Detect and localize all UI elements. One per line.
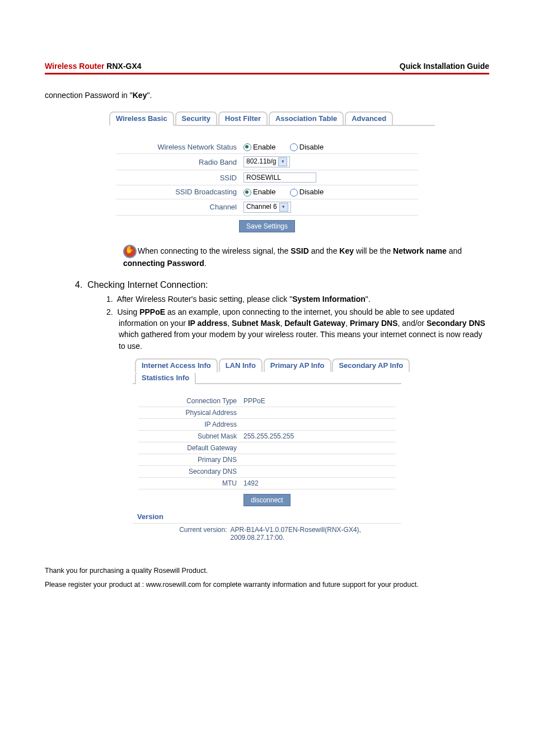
s2-sm: Subnet Mask	[232, 319, 280, 328]
row-physical-address: Physical Address	[138, 407, 396, 418]
footer-line-1: Thank you for purchasing a quality Rosew…	[45, 564, 489, 578]
page-header: Wireless Router RNX-GX4 Quick Installati…	[45, 62, 489, 71]
value-mtu: 1492	[240, 477, 396, 489]
radio-ssid-disable-icon[interactable]	[290, 189, 298, 197]
note-netname: Network name	[393, 246, 447, 255]
label-mtu: MTU	[138, 477, 240, 489]
tab-lan-info[interactable]: LAN Info	[219, 358, 263, 372]
step4-sub1-a: After Wireless Router's basic setting, p…	[117, 295, 292, 304]
step4-heading: 4. Checking Internet Connection:	[75, 280, 489, 290]
s2-dg: Default Gateway	[284, 319, 345, 328]
note-mid2: will be the	[354, 246, 393, 255]
wireless-form: Wireless Network Status Enable Disable R…	[116, 141, 418, 235]
input-ssid[interactable]: ROSEWILL	[243, 172, 316, 183]
header-right: Quick Installation Guide	[400, 62, 489, 71]
tab-association-table[interactable]: Association Table	[269, 111, 344, 125]
tab-security[interactable]: Security	[175, 111, 217, 125]
s2-pppoe: PPPoE	[139, 307, 165, 316]
chevron-down-icon: ▾	[279, 203, 288, 212]
select-channel[interactable]: Channel 6▾	[243, 202, 291, 213]
radio-enable-label: Enable	[253, 143, 275, 151]
row-disconnect: disconnect	[138, 489, 396, 508]
value-wireless-status: Enable Disable	[240, 141, 418, 154]
tab-primary-ap-info[interactable]: Primary AP Info	[264, 358, 331, 372]
header-left: Wireless Router RNX-GX4	[45, 62, 142, 71]
row-save: Save Settings	[116, 215, 418, 235]
row-conn-type: Connection Type PPPoE	[138, 395, 396, 407]
intro-suffix: ".	[147, 91, 152, 100]
intro-bold-key: Key	[133, 91, 147, 100]
chevron-down-icon: ▾	[278, 157, 287, 166]
s2-sd: Secondary DNS	[427, 319, 485, 328]
label-wireless-status: Wireless Network Status	[116, 141, 240, 154]
select-channel-value: Channel 6	[246, 203, 277, 211]
value-conn-type: PPPoE	[240, 395, 396, 407]
value-channel: Channel 6▾	[240, 199, 418, 215]
note-ssid: SSID	[291, 246, 309, 255]
header-rule	[45, 73, 489, 74]
tab-wireless-basic[interactable]: Wireless Basic	[109, 111, 174, 126]
label-channel: Channel	[116, 199, 240, 215]
stop-hand-icon	[123, 245, 137, 258]
s2f: , and/or	[398, 319, 427, 328]
row-mtu: MTU 1492	[138, 477, 396, 489]
value-radio-band: 802.11b/g▾	[240, 154, 418, 170]
footer-line-2: Please register your product at : www.ro…	[45, 578, 489, 592]
radio-enable-icon[interactable]	[243, 143, 251, 151]
screenshot-system-information: Internet Access Info LAN Info Primary AP…	[133, 358, 401, 542]
label-secondary-dns: Secondary DNS	[138, 465, 240, 477]
step4-sub2: 2. Using PPPoE as an example, upon conne…	[106, 306, 489, 352]
footer: Thank you for purchasing a quality Rosew…	[45, 564, 489, 592]
value-secondary-dns	[240, 465, 396, 477]
note-end: .	[204, 259, 207, 268]
value-ssid-broadcasting: Enable Disable	[240, 185, 418, 199]
row-ssid: SSID ROSEWILL	[116, 170, 418, 185]
label-primary-dns: Primary DNS	[138, 454, 240, 465]
label-current-version: Current version:	[133, 526, 231, 542]
step4-num: 4.	[75, 280, 82, 290]
version-row: Current version: APR-B1A4-V1.0.07EN-Rose…	[133, 523, 401, 542]
step4-sub1-num: 1.	[106, 295, 113, 304]
s2g: which gathered from your modem by your w…	[119, 330, 482, 350]
radio-ssid-enable-icon[interactable]	[243, 189, 251, 197]
tab-host-filter[interactable]: Host Filter	[218, 111, 268, 125]
label-subnet-mask: Subnet Mask	[138, 430, 240, 442]
header-product-red: Wireless Router	[45, 62, 104, 71]
row-default-gateway: Default Gateway	[138, 442, 396, 454]
disconnect-button[interactable]: disconnect	[243, 494, 290, 506]
label-radio-band: Radio Band	[116, 154, 240, 170]
note-mid1: and the	[309, 246, 340, 255]
select-radio-band-value: 802.11b/g	[246, 157, 276, 165]
radio-disable-label: Disable	[299, 143, 324, 151]
version-heading: Version	[137, 512, 401, 521]
tab-secondary-ap-info[interactable]: Secondary AP Info	[332, 358, 410, 372]
label-ip-address: IP Address	[138, 418, 240, 430]
sysinfo-table: Connection Type PPPoE Physical Address I…	[138, 395, 396, 508]
save-settings-button[interactable]: Save Settings	[239, 220, 295, 232]
row-subnet-mask: Subnet Mask 255.255.255.255	[138, 430, 396, 442]
intro-line: connection Password in "Key".	[45, 90, 489, 101]
radio-disable-icon[interactable]	[290, 143, 298, 151]
s2c: ,	[227, 319, 232, 328]
row-radio-band: Radio Band 802.11b/g▾	[116, 154, 418, 170]
value-current-version: APR-B1A4-V1.0.07EN-Rosewill(RNX-GX4), 20…	[231, 526, 401, 542]
row-primary-dns: Primary DNS	[138, 454, 396, 465]
step4-sub1-b: ".	[366, 295, 371, 304]
tab-advanced[interactable]: Advanced	[345, 111, 393, 125]
s2e: ,	[345, 319, 350, 328]
label-conn-type: Connection Type	[138, 395, 240, 407]
s2-pd: Primary DNS	[350, 319, 398, 328]
select-radio-band[interactable]: 802.11b/g▾	[243, 156, 290, 167]
label-physical-address: Physical Address	[138, 407, 240, 418]
wireless-tabset: Wireless Basic Security Host Filter Asso…	[109, 111, 429, 126]
value-ssid: ROSEWILL	[240, 170, 418, 185]
step4-sub1-bold: System Information	[292, 295, 366, 304]
sysinfo-tabset: Internet Access Info LAN Info Primary AP…	[135, 358, 401, 372]
screenshot-wireless-basic: Wireless Basic Security Host Filter Asso…	[105, 111, 429, 235]
note-connpw: connecting Password	[123, 259, 204, 268]
step4-title: Checking Internet Connection:	[87, 280, 208, 290]
row-channel: Channel Channel 6▾	[116, 199, 418, 215]
tab-internet-access-info[interactable]: Internet Access Info	[135, 358, 218, 373]
s2a: Using	[117, 307, 139, 316]
radio-ssid-enable-label: Enable	[253, 188, 275, 196]
